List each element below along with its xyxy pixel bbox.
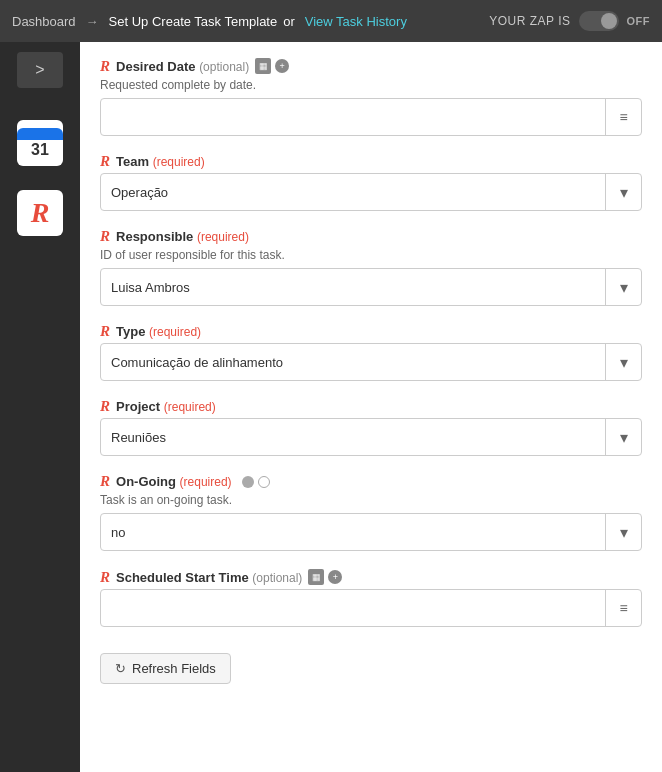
on-going-label-row: R On-Going (required): [100, 474, 642, 489]
scheduled-start-info-icon[interactable]: +: [328, 570, 342, 584]
team-field: R Team (required) Operação ▾: [100, 154, 642, 211]
breadcrumb-arrow: →: [86, 14, 99, 29]
project-select-value: Reuniões: [101, 422, 605, 453]
on-going-field: R On-Going (required) Task is an on-goin…: [100, 474, 642, 551]
toggle-label: OFF: [627, 15, 651, 27]
responsible-field: R Responsible (required) ID of user resp…: [100, 229, 642, 306]
zap-status: YOUR ZAP IS OFF: [489, 11, 650, 31]
type-field: R Type (required) Comunicação de alinham…: [100, 324, 642, 381]
layout: > 31 R R Desired Date (optional) ▦ +: [0, 42, 662, 772]
scheduled-start-time-label-row: R Scheduled Start Time (optional) ▦ +: [100, 569, 642, 585]
type-label-row: R Type (required): [100, 324, 642, 339]
team-r-icon: R: [100, 154, 110, 169]
scheduled-start-time-icons: ▦ +: [308, 569, 342, 585]
on-going-r-icon: R: [100, 474, 110, 489]
desired-date-r-icon: R: [100, 59, 110, 74]
responsible-qualifier: (required): [197, 230, 249, 244]
responsible-label-row: R Responsible (required): [100, 229, 642, 244]
runrun-icon[interactable]: R: [17, 190, 63, 236]
type-select[interactable]: Comunicação de alinhamento ▾: [100, 343, 642, 381]
team-label-row: R Team (required): [100, 154, 642, 169]
project-qualifier: (required): [164, 400, 216, 414]
dashboard-link[interactable]: Dashboard: [12, 14, 76, 29]
scheduled-start-time-r-icon: R: [100, 570, 110, 585]
on-going-dropdown-icon[interactable]: ▾: [605, 514, 641, 550]
scheduled-start-time-qualifier: (optional): [252, 571, 302, 585]
type-r-icon: R: [100, 324, 110, 339]
scheduled-start-time-input[interactable]: ≡: [100, 589, 642, 627]
desired-date-label-row: R Desired Date (optional) ▦ +: [100, 58, 642, 74]
type-dropdown-icon[interactable]: ▾: [605, 344, 641, 380]
project-label: Project (required): [116, 399, 216, 414]
scheduled-start-time-text-input[interactable]: [101, 593, 605, 624]
responsible-dropdown-icon[interactable]: ▾: [605, 269, 641, 305]
team-label: Team (required): [116, 154, 205, 169]
toggle-knob: [601, 13, 617, 29]
responsible-r-icon: R: [100, 229, 110, 244]
breadcrumb-current: Set Up Create Task Template: [109, 14, 278, 29]
team-select-value: Operação: [101, 177, 605, 208]
project-label-row: R Project (required): [100, 399, 642, 414]
top-bar: Dashboard → Set Up Create Task Template …: [0, 0, 662, 42]
scheduled-start-lines-icon[interactable]: ≡: [605, 590, 641, 626]
team-qualifier: (required): [153, 155, 205, 169]
calendar-number: 31: [31, 142, 49, 158]
scheduled-start-time-field: R Scheduled Start Time (optional) ▦ + ≡: [100, 569, 642, 627]
main-content: R Desired Date (optional) ▦ + Requested …: [80, 42, 662, 772]
on-going-select-value: no: [101, 517, 605, 548]
on-going-qualifier: (required): [180, 475, 232, 489]
scheduled-start-time-label: Scheduled Start Time (optional): [116, 570, 302, 585]
type-qualifier: (required): [149, 325, 201, 339]
project-dropdown-icon[interactable]: ▾: [605, 419, 641, 455]
responsible-label: Responsible (required): [116, 229, 249, 244]
project-r-icon: R: [100, 399, 110, 414]
refresh-icon: ↻: [115, 661, 126, 676]
desired-date-qualifier: (optional): [199, 60, 249, 74]
scheduled-start-calendar-icon[interactable]: ▦: [308, 569, 324, 585]
zap-toggle[interactable]: [579, 11, 619, 31]
view-history-link[interactable]: View Task History: [305, 14, 407, 29]
sidebar: > 31 R: [0, 42, 80, 772]
refresh-fields-button[interactable]: ↻ Refresh Fields: [100, 653, 231, 684]
or-text: or: [283, 14, 295, 29]
calendar-header: [17, 128, 63, 140]
project-field: R Project (required) Reuniões ▾: [100, 399, 642, 456]
refresh-label: Refresh Fields: [132, 661, 216, 676]
google-calendar-icon[interactable]: 31: [17, 120, 63, 166]
desired-date-lines-icon[interactable]: ≡: [605, 99, 641, 135]
type-select-value: Comunicação de alinhamento: [101, 347, 605, 378]
on-going-status-dots: [242, 476, 270, 488]
responsible-select-value: Luisa Ambros: [101, 272, 605, 303]
r-letter: R: [31, 197, 50, 229]
on-going-select[interactable]: no ▾: [100, 513, 642, 551]
responsible-description: ID of user responsible for this task.: [100, 248, 642, 262]
dot-empty-icon: [258, 476, 270, 488]
dot-filled-icon: [242, 476, 254, 488]
desired-date-label: Desired Date (optional): [116, 59, 249, 74]
chevron-right-icon: >: [35, 61, 44, 79]
on-going-label: On-Going (required): [116, 474, 232, 489]
type-label: Type (required): [116, 324, 201, 339]
desired-date-info-icon[interactable]: +: [275, 59, 289, 73]
project-select[interactable]: Reuniões ▾: [100, 418, 642, 456]
desired-date-text-input[interactable]: [101, 102, 605, 133]
team-select[interactable]: Operação ▾: [100, 173, 642, 211]
desired-date-field: R Desired Date (optional) ▦ + Requested …: [100, 58, 642, 136]
on-going-description: Task is an on-going task.: [100, 493, 642, 507]
sidebar-expand-button[interactable]: >: [17, 52, 63, 88]
desired-date-description: Requested complete by date.: [100, 78, 642, 92]
team-dropdown-icon[interactable]: ▾: [605, 174, 641, 210]
zap-status-label: YOUR ZAP IS: [489, 14, 570, 28]
desired-date-input[interactable]: ≡: [100, 98, 642, 136]
desired-date-icons: ▦ +: [255, 58, 289, 74]
responsible-select[interactable]: Luisa Ambros ▾: [100, 268, 642, 306]
desired-date-calendar-icon[interactable]: ▦: [255, 58, 271, 74]
